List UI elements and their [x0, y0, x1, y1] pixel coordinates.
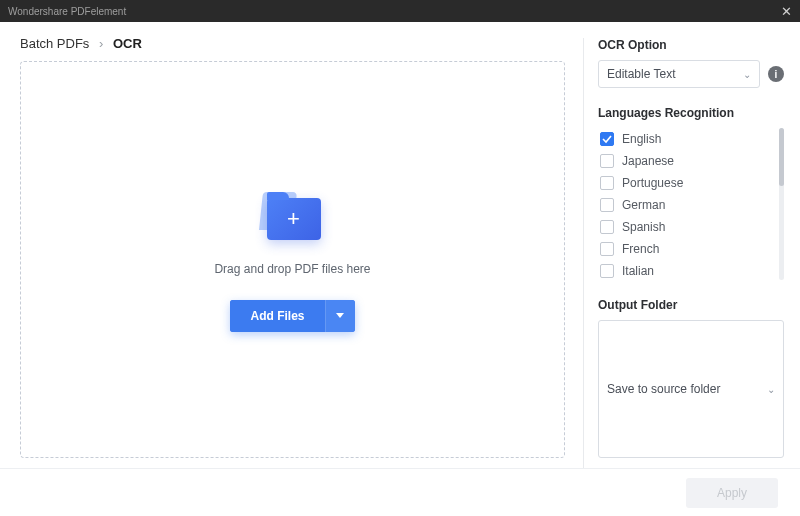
scrollbar-thumb[interactable] [779, 128, 784, 186]
output-folder-select[interactable]: Save to source folder ⌄ [598, 320, 784, 458]
output-folder-label: Output Folder [598, 298, 784, 312]
output-folder-value: Save to source folder [607, 382, 720, 396]
add-folder-icon: + [261, 188, 325, 240]
info-icon[interactable]: i [768, 66, 784, 82]
language-item[interactable]: Japanese [598, 150, 784, 172]
language-checkbox[interactable] [600, 132, 614, 146]
language-name: Spanish [622, 220, 665, 234]
language-checkbox[interactable] [600, 242, 614, 256]
language-item[interactable]: French [598, 238, 784, 260]
breadcrumb: Batch PDFs › OCR [20, 36, 565, 51]
chevron-down-icon: ⌄ [767, 384, 775, 395]
apply-button[interactable]: Apply [686, 478, 778, 508]
language-name: Japanese [622, 154, 674, 168]
plus-icon: + [287, 208, 300, 230]
ocr-option-select[interactable]: Editable Text ⌄ [598, 60, 760, 88]
scrollbar-track[interactable] [779, 128, 784, 280]
drop-zone[interactable]: + Drag and drop PDF files here Add Files [20, 61, 565, 458]
chevron-down-icon [336, 313, 344, 318]
languages-list[interactable]: EnglishJapanesePortugueseGermanSpanishFr… [598, 128, 784, 280]
add-files-dropdown-button[interactable] [325, 300, 355, 332]
drop-hint: Drag and drop PDF files here [214, 262, 370, 276]
right-panel: OCR Option Editable Text ⌄ i Languages R… [584, 22, 800, 468]
add-files-button[interactable]: Add Files [230, 300, 324, 332]
footer-bar: Apply [0, 468, 800, 516]
language-checkbox[interactable] [600, 198, 614, 212]
ocr-option-label: OCR Option [598, 38, 784, 52]
left-panel: Batch PDFs › OCR + Drag and drop PDF fil… [0, 22, 583, 468]
title-bar: Wondershare PDFelement ✕ [0, 0, 800, 22]
content-area: Batch PDFs › OCR + Drag and drop PDF fil… [0, 22, 800, 468]
language-item[interactable]: German [598, 194, 784, 216]
language-item[interactable]: Portuguese [598, 172, 784, 194]
language-item[interactable]: Spanish [598, 216, 784, 238]
language-name: German [622, 198, 665, 212]
language-name: French [622, 242, 659, 256]
language-checkbox[interactable] [600, 264, 614, 278]
language-checkbox[interactable] [600, 220, 614, 234]
language-checkbox[interactable] [600, 154, 614, 168]
language-name: English [622, 132, 661, 146]
breadcrumb-current: OCR [113, 36, 142, 51]
language-name: Italian [622, 264, 654, 278]
chevron-down-icon: ⌄ [743, 69, 751, 80]
language-item[interactable]: English [598, 128, 784, 150]
chevron-right-icon: › [99, 36, 103, 51]
window-title: Wondershare PDFelement [8, 6, 126, 17]
languages-label: Languages Recognition [598, 106, 784, 120]
ocr-option-value: Editable Text [607, 67, 676, 81]
add-files-split-button: Add Files [230, 300, 354, 332]
close-icon[interactable]: ✕ [781, 5, 792, 18]
language-name: Portuguese [622, 176, 683, 190]
language-checkbox[interactable] [600, 176, 614, 190]
language-item[interactable]: Italian [598, 260, 784, 280]
breadcrumb-parent[interactable]: Batch PDFs [20, 36, 89, 51]
